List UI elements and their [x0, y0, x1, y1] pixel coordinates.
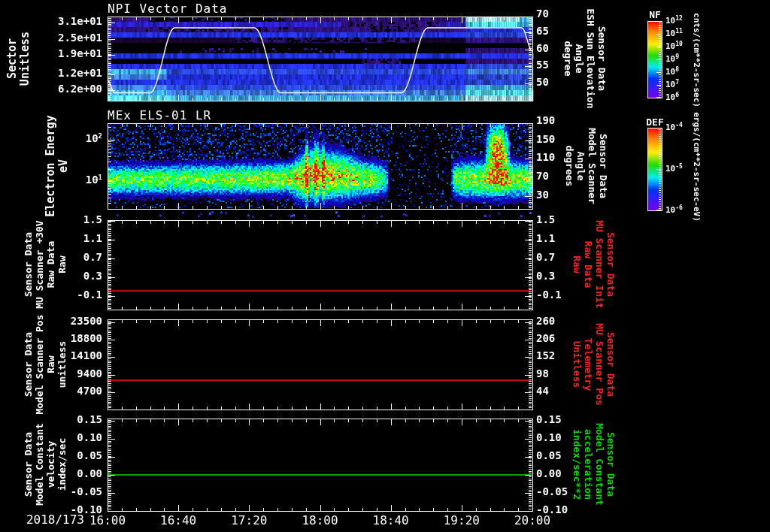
cb1-tick-0: 10-4 — [665, 122, 683, 132]
p3-left-tick-0: 23500 — [30, 315, 102, 327]
p2-left-tick-0: 1.5 — [30, 213, 102, 225]
p1-right-tick-0: 190 — [536, 114, 608, 126]
p1-right-tick-4: 30 — [536, 189, 608, 201]
p3-right-tick-3: 98 — [536, 367, 608, 379]
p3-right-tick-2: 152 — [536, 349, 608, 361]
p2-left-tick-2: 0.7 — [30, 251, 102, 263]
p4-right-tick-4: -0.05 — [536, 485, 608, 497]
panel2-left-axis-label: Electron Energy eV — [44, 115, 70, 216]
p0-right-tick-0: 70 — [536, 8, 608, 20]
cb0-tick-1: 1011 — [665, 29, 683, 38]
p3-right-tick-1: 206 — [536, 332, 608, 344]
p4-right-tick-2: 0.05 — [536, 449, 608, 461]
colorbar-def-units: ergs/(cm**2-sr-sec-eV) — [692, 112, 701, 222]
p4-left-tick-1: 0.10 — [30, 431, 102, 443]
p2-left-tick-4: -0.1 — [30, 289, 102, 301]
p0-left-tick-2: 1.9e+01 — [30, 47, 102, 59]
time-label-5: 19:20 — [432, 513, 492, 527]
cb0-tick-2: 1010 — [665, 41, 683, 51]
p0-right-tick-3: 55 — [536, 59, 608, 71]
p4-right-tick-0: 0.15 — [536, 413, 608, 425]
p2-left-tick-1: 1.1 — [30, 232, 102, 244]
p3-right-tick-4: 44 — [536, 385, 608, 397]
colorbar-nf-title: NF — [645, 9, 665, 20]
p4-right-tick-3: 0.00 — [536, 467, 608, 479]
panel1-title: NPI Vector Data — [108, 2, 228, 16]
time-label-4: 18:40 — [361, 513, 421, 527]
p4-left-tick-3: 0.00 — [30, 467, 102, 479]
time-label-3: 18:00 — [290, 513, 350, 527]
time-label-2: 17:20 — [219, 513, 279, 527]
p0-right-tick-1: 65 — [536, 25, 608, 37]
cb0-tick-5: 107 — [665, 80, 679, 89]
colorbar-def-title: DEF — [645, 116, 665, 128]
cb0-tick-4: 108 — [665, 67, 679, 77]
p1-right-tick-2: 110 — [536, 151, 608, 163]
cb1-tick-2: 10-6 — [665, 205, 683, 215]
p2-left-tick-3: 0.3 — [30, 270, 102, 282]
p3-left-tick-1: 18800 — [30, 332, 102, 344]
p4-right-tick-1: 0.10 — [536, 431, 608, 443]
plot-canvas — [0, 0, 770, 532]
p1-left-tick-0: 102 — [30, 132, 102, 144]
p2-right-tick-4: -0.1 — [536, 289, 608, 301]
p3-right-tick-0: 260 — [536, 315, 608, 327]
p2-right-tick-1: 1.1 — [536, 232, 608, 244]
p1-right-tick-1: 150 — [536, 133, 608, 145]
p0-left-tick-1: 2.5e+01 — [30, 32, 102, 44]
p4-left-tick-0: 0.15 — [30, 413, 102, 425]
panel1-left-axis-label: Sector Unitless — [6, 32, 32, 86]
panel2-title: MEx ELS-01 LR — [108, 108, 211, 122]
time-label-1: 16:40 — [148, 513, 208, 527]
p4-left-tick-4: -0.05 — [30, 485, 102, 497]
p3-left-tick-3: 9400 — [30, 367, 102, 379]
p1-right-tick-3: 70 — [536, 170, 608, 182]
panel4-left-axis-label: Sensor Data Model Scanner Pos Raw unitle… — [23, 314, 68, 414]
p1-left-tick-1: 101 — [30, 174, 102, 186]
cb0-tick-3: 109 — [665, 54, 679, 64]
p0-left-tick-4: 6.2e+00 — [30, 83, 102, 95]
p0-left-tick-3: 1.2e+01 — [30, 67, 102, 79]
cb0-tick-6: 106 — [665, 92, 679, 102]
time-label-6: 20:00 — [502, 513, 562, 527]
p0-right-tick-2: 60 — [536, 42, 608, 54]
colorbar-nf-units: cnts/(cm**2-sr-sec) — [692, 13, 701, 107]
p2-right-tick-0: 1.5 — [536, 213, 608, 225]
p4-left-tick-2: 0.05 — [30, 449, 102, 461]
p2-right-tick-2: 0.7 — [536, 251, 608, 263]
plot-stage: NPI Vector Data MEx ELS-01 LR Sector Uni… — [0, 0, 770, 532]
p0-left-tick-0: 3.1e+01 — [30, 15, 102, 27]
p2-right-tick-3: 0.3 — [536, 270, 608, 282]
time-label-0: 16:00 — [77, 513, 138, 527]
p0-right-tick-4: 50 — [536, 76, 608, 88]
p3-left-tick-4: 4700 — [30, 385, 102, 397]
p3-left-tick-2: 14100 — [30, 349, 102, 361]
cb1-tick-1: 10-5 — [665, 164, 683, 174]
cb0-tick-0: 1012 — [665, 16, 683, 26]
